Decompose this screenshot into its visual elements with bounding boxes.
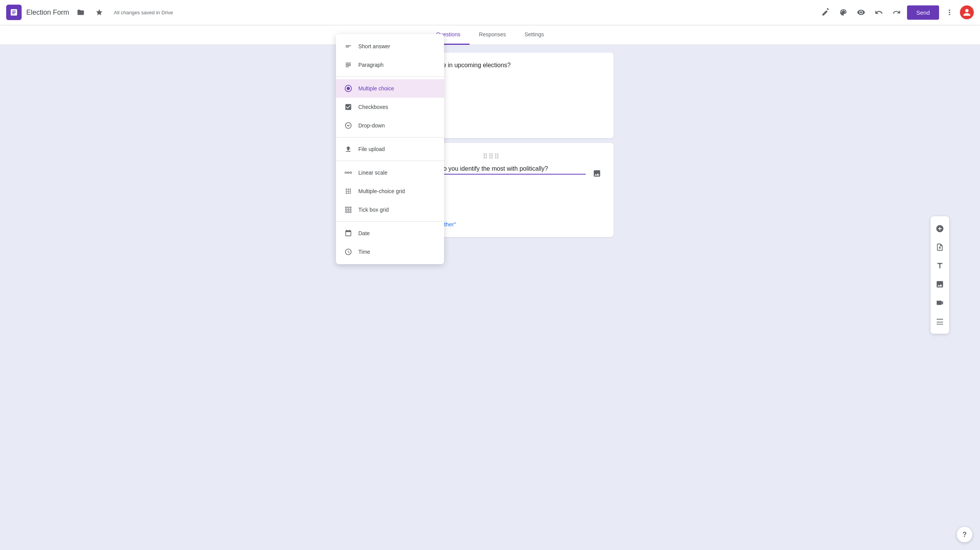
question-type-dropdown: Short answer Paragraph Multiple choice C… [336, 34, 444, 264]
star-button[interactable] [92, 5, 106, 19]
svg-point-16 [349, 192, 351, 194]
menu-item-tick-box-grid-label: Tick box grid [358, 207, 389, 213]
date-icon [344, 229, 353, 238]
menu-item-time-label: Time [358, 249, 370, 255]
linear-scale-icon [344, 168, 353, 177]
menu-item-multiple-choice-grid[interactable]: Multiple-choice grid [336, 182, 444, 200]
svg-point-1 [347, 87, 350, 90]
svg-point-2 [346, 123, 351, 129]
tab-settings[interactable]: Settings [515, 25, 553, 45]
divider-3 [336, 161, 444, 161]
side-toolbar [931, 216, 949, 334]
add-image-button[interactable] [590, 166, 604, 182]
dropdown-icon [344, 121, 353, 130]
add-section-button[interactable] [931, 312, 949, 331]
forms-icon [10, 8, 18, 17]
paragraph-icon [344, 60, 353, 70]
topbar-left: Election Form All changes saved in Drive [6, 5, 818, 20]
undo-button[interactable] [871, 5, 886, 20]
svg-rect-24 [348, 211, 349, 212]
divider-1 [336, 76, 444, 77]
add-video-button[interactable] [931, 294, 949, 312]
menu-item-paragraph-label: Paragraph [358, 62, 383, 68]
svg-rect-21 [348, 209, 349, 210]
menu-item-checkboxes-label: Checkboxes [358, 104, 388, 110]
menu-item-time[interactable]: Time [336, 243, 444, 261]
svg-rect-25 [350, 211, 351, 212]
add-title-button[interactable] [931, 256, 949, 275]
preview-button[interactable] [854, 5, 868, 20]
svg-point-11 [346, 190, 347, 192]
multiple-choice-grid-icon [344, 187, 353, 196]
menu-item-multiple-choice-grid-label: Multiple-choice grid [358, 188, 405, 194]
folder-button[interactable] [74, 5, 88, 19]
tabs-bar: Questions Responses Settings [0, 25, 980, 45]
tab-responses[interactable]: Responses [470, 25, 515, 45]
send-button[interactable]: Send [907, 5, 939, 20]
short-answer-icon [344, 42, 353, 51]
add-image-side-button[interactable] [931, 275, 949, 294]
svg-point-9 [348, 188, 349, 190]
menu-item-file-upload-label: File upload [358, 146, 385, 152]
menu-item-short-answer[interactable]: Short answer [336, 37, 444, 56]
svg-point-8 [346, 188, 347, 190]
svg-rect-22 [350, 209, 351, 210]
checkboxes-icon [344, 102, 353, 112]
svg-rect-23 [346, 211, 347, 212]
menu-item-tick-box-grid[interactable]: Tick box grid [336, 200, 444, 219]
customize-icon-button[interactable] [818, 5, 833, 20]
topbar: Election Form All changes saved in Drive… [0, 0, 980, 25]
more-options-button[interactable] [942, 5, 957, 20]
svg-point-12 [348, 190, 349, 192]
svg-point-15 [348, 192, 349, 194]
menu-item-paragraph[interactable]: Paragraph [336, 56, 444, 74]
svg-point-4 [348, 172, 349, 173]
file-upload-icon [344, 144, 353, 154]
svg-point-5 [350, 172, 352, 173]
svg-rect-17 [346, 207, 347, 208]
menu-item-linear-scale[interactable]: Linear scale [336, 163, 444, 182]
svg-point-14 [346, 192, 347, 194]
svg-point-3 [345, 172, 346, 173]
app-icon [6, 5, 22, 20]
menu-item-linear-scale-label: Linear scale [358, 170, 388, 176]
menu-item-date-label: Date [358, 230, 370, 236]
time-icon [344, 247, 353, 256]
saved-status: All changes saved in Drive [114, 10, 173, 15]
menu-item-multiple-choice[interactable]: Multiple choice [336, 79, 444, 98]
add-question-button[interactable] [931, 219, 949, 238]
main-content: How likely are you to vote in upcoming e… [0, 45, 980, 245]
tick-box-grid-icon [344, 205, 353, 214]
menu-item-date[interactable]: Date [336, 224, 444, 243]
topbar-right: Send [818, 5, 974, 20]
redo-button[interactable] [889, 5, 904, 20]
palette-button[interactable] [836, 5, 851, 20]
menu-item-dropdown-label: Drop-down [358, 122, 385, 129]
menu-item-multiple-choice-label: Multiple choice [358, 85, 394, 92]
divider-4 [336, 221, 444, 222]
app-title: Election Form [26, 8, 69, 17]
avatar[interactable] [960, 5, 974, 19]
menu-item-dropdown[interactable]: Drop-down [336, 116, 444, 135]
svg-point-13 [349, 190, 351, 192]
svg-rect-19 [350, 207, 351, 208]
divider-2 [336, 137, 444, 138]
svg-point-10 [349, 188, 351, 190]
import-question-button[interactable] [931, 238, 949, 256]
svg-rect-20 [346, 209, 347, 210]
menu-item-checkboxes[interactable]: Checkboxes [336, 98, 444, 116]
svg-rect-18 [348, 207, 349, 208]
multiple-choice-icon [344, 84, 353, 93]
menu-item-short-answer-label: Short answer [358, 43, 390, 49]
help-button[interactable]: ? [957, 527, 972, 542]
menu-item-file-upload[interactable]: File upload [336, 140, 444, 158]
